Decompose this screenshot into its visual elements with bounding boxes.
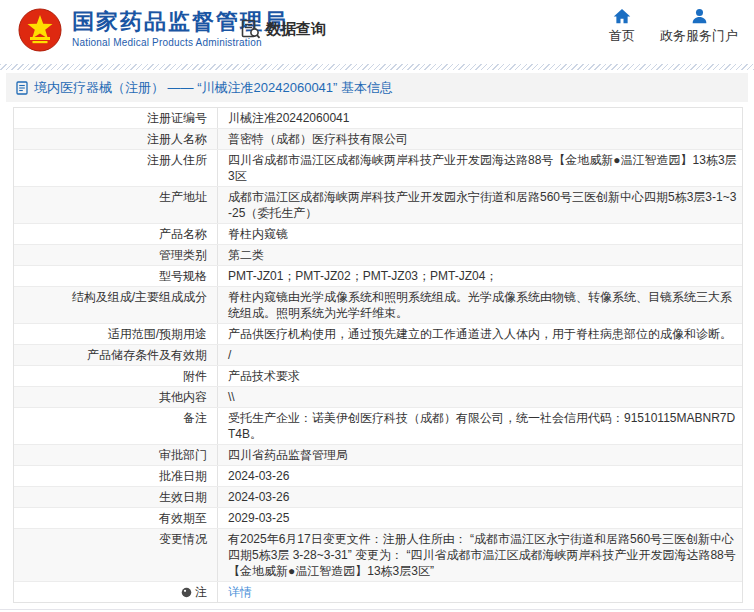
row-label-text: 生效日期 (159, 489, 207, 505)
row-value: 四川省成都市温江区成都海峡两岸科技产业开发园海达路88号【金地威新●温江智造园】… (218, 150, 742, 186)
row-label-text: 注册人住所 (147, 152, 207, 168)
row-value: PMT-JZ01；PMT-JZ02；PMT-JZ03；PMT-JZ04； (218, 266, 742, 286)
nav-portal[interactable]: 政务服务门户 (650, 8, 748, 45)
table-row: 生效日期 2024-03-26 (14, 487, 742, 508)
row-label-text: 有效期至 (159, 510, 207, 526)
row-label-text: 适用范围/预期用途 (108, 326, 207, 342)
table-row: 备注 受托生产企业：诺美伊创医疗科技（成都）有限公司，统一社会信用代码：9151… (14, 408, 742, 445)
nav-home-label: 首页 (609, 27, 635, 45)
row-label: 产品储存条件及有效期 (14, 345, 218, 365)
row-label: 其他内容 (14, 387, 218, 407)
row-label-text: 变更情况 (159, 531, 207, 547)
row-value: 产品供医疗机构使用，通过预先建立的工作通道进入人体内，用于脊柱病患部位的成像和诊… (218, 324, 742, 344)
row-label: 适用范围/预期用途 (14, 324, 218, 344)
row-label-text: 管理类别 (159, 247, 207, 263)
table-row: 生产地址 成都市温江区成都海峡两岸科技产业开发园永宁街道和居路560号三医创新中… (14, 187, 742, 224)
info-table: 注册证编号 川械注准20242060041 注册人名称 普密特（成都）医疗科技有… (13, 107, 743, 603)
site-header: 国家药品监督管理局 National Medical Products Admi… (0, 0, 754, 63)
row-label-text: 结构及组成/主要组成成分 (72, 289, 207, 305)
table-row: 适用范围/预期用途 产品供医疗机构使用，通过预先建立的工作通道进入人体内，用于脊… (14, 324, 742, 345)
row-label: 生产地址 (14, 187, 218, 223)
user-icon (691, 8, 708, 24)
row-label: 附件 (14, 366, 218, 386)
row-value: 2024-03-26 (218, 487, 742, 507)
note-dot-icon (181, 587, 192, 598)
table-row: 结构及组成/主要组成成分 脊柱内窥镜由光学成像系统和照明系统组成。光学成像系统由… (14, 287, 742, 324)
row-value: 四川省药品监督管理局 (218, 445, 742, 465)
row-label-text: 产品名称 (159, 226, 207, 242)
row-label-text: 生产地址 (159, 189, 207, 205)
data-query-button[interactable]: 数据查询 (240, 19, 326, 40)
row-label: 批准日期 (14, 466, 218, 486)
row-label-text: 备注 (183, 410, 207, 426)
table-row: 产品名称 脊柱内窥镜 (14, 224, 742, 245)
nav-home[interactable]: 首页 (600, 8, 644, 45)
row-label-text: 附件 (183, 368, 207, 384)
document-search-icon (240, 19, 261, 40)
row-label-text: 注册人名称 (147, 131, 207, 147)
row-label-text: 注 (195, 584, 207, 600)
row-label: 管理类别 (14, 245, 218, 265)
row-value: / (218, 345, 742, 365)
row-value: 脊柱内窥镜由光学成像系统和照明系统组成。光学成像系统由物镜、转像系统、目镜系统三… (218, 287, 742, 323)
table-row: 批准日期 2024-03-26 (14, 466, 742, 487)
table-row: 其他内容 \\ (14, 387, 742, 408)
row-label: 变更情况 (14, 529, 218, 581)
file-icon (16, 81, 28, 95)
detail-link[interactable]: 详情 (228, 585, 252, 599)
table-row: 审批部门 四川省药品监督管理局 (14, 445, 742, 466)
table-row: 变更情况 有2025年6月17日变更文件：注册人住所由： “成都市温江区永宁街道… (14, 529, 742, 582)
table-row: 产品储存条件及有效期 / (14, 345, 742, 366)
row-value: 2029-03-25 (218, 508, 742, 528)
row-label: 型号规格 (14, 266, 218, 286)
nav-portal-label: 政务服务门户 (660, 27, 738, 45)
row-label-text: 批准日期 (159, 468, 207, 484)
table-row: 管理类别 第二类 (14, 245, 742, 266)
row-value: 有2025年6月17日变更文件：注册人住所由： “成都市温江区永宁街道和居路56… (218, 529, 742, 581)
row-label: 注册证编号 (14, 108, 218, 128)
row-value: 详情 (218, 582, 742, 602)
table-row: 附件 产品技术要求 (14, 366, 742, 387)
row-label-text: 注册证编号 (147, 110, 207, 126)
striped-divider (0, 64, 754, 70)
table-row: 注 详情 (14, 582, 742, 602)
row-value: 受托生产企业：诺美伊创医疗科技（成都）有限公司，统一社会信用代码：9151011… (218, 408, 742, 444)
row-value: 2024-03-26 (218, 466, 742, 486)
row-label-text: 其他内容 (159, 389, 207, 405)
row-value: 川械注准20242060041 (218, 108, 742, 128)
row-label-text: 型号规格 (159, 268, 207, 284)
row-value: 脊柱内窥镜 (218, 224, 742, 244)
national-emblem-logo (18, 8, 62, 52)
table-row: 有效期至 2029-03-25 (14, 508, 742, 529)
table-row: 注册证编号 川械注准20242060041 (14, 108, 742, 129)
row-value: 第二类 (218, 245, 742, 265)
data-query-label: 数据查询 (266, 20, 326, 39)
row-value: 产品技术要求 (218, 366, 742, 386)
table-row: 注册人名称 普密特（成都）医疗科技有限公司 (14, 129, 742, 150)
row-label: 产品名称 (14, 224, 218, 244)
row-label: 结构及组成/主要组成成分 (14, 287, 218, 323)
row-label: 有效期至 (14, 508, 218, 528)
page-title: 境内医疗器械（注册） —— “川械注准20242060041” 基本信息 (34, 79, 393, 97)
table-row: 型号规格 PMT-JZ01；PMT-JZ02；PMT-JZ03；PMT-JZ04… (14, 266, 742, 287)
row-label: 审批部门 (14, 445, 218, 465)
row-label-text: 审批部门 (159, 447, 207, 463)
table-row: 注册人住所 四川省成都市温江区成都海峡两岸科技产业开发园海达路88号【金地威新●… (14, 150, 742, 187)
row-label: 注册人住所 (14, 150, 218, 186)
row-label: 生效日期 (14, 487, 218, 507)
row-value: 普密特（成都）医疗科技有限公司 (218, 129, 742, 149)
page-title-bar: 境内医疗器械（注册） —— “川械注准20242060041” 基本信息 (6, 73, 748, 102)
row-value: \\ (218, 387, 742, 407)
row-label-text: 产品储存条件及有效期 (87, 347, 207, 363)
home-icon (613, 8, 631, 24)
row-value: 成都市温江区成都海峡两岸科技产业开发园永宁街道和居路560号三医创新中心四期5栋… (218, 187, 742, 223)
row-label: 注册人名称 (14, 129, 218, 149)
row-label: 注 (14, 582, 218, 602)
row-label: 备注 (14, 408, 218, 444)
